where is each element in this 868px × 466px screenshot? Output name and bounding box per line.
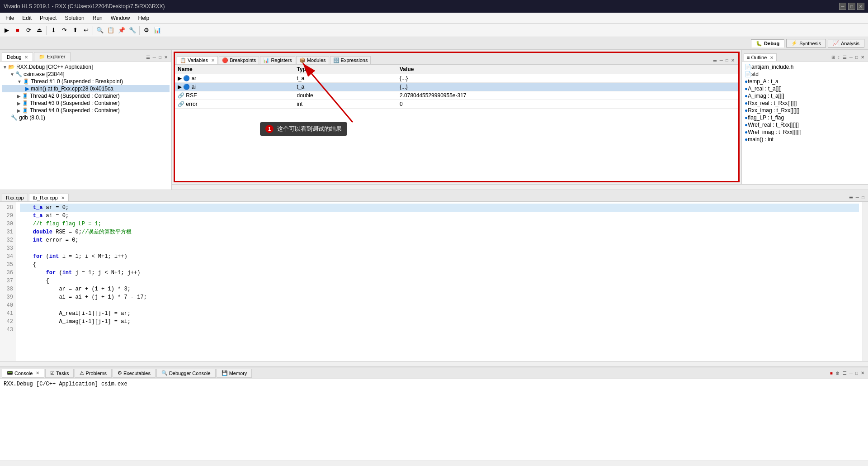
- console-hscroll[interactable]: [0, 461, 868, 466]
- panel-close-btn[interactable]: ✕: [163, 54, 169, 60]
- var-row-error[interactable]: 🔗 error int 0: [175, 100, 738, 109]
- console-close-btn[interactable]: ✕: [860, 370, 865, 376]
- var-row-rse[interactable]: 🔗 RSE double 2.0780445529990955e-317: [175, 91, 738, 100]
- outline-item-7[interactable]: ● flag_LP : t_flag: [744, 114, 866, 121]
- outline-menu-btn[interactable]: ☰: [842, 54, 848, 60]
- menu-run[interactable]: Run: [89, 14, 106, 22]
- toolbar-step-into[interactable]: ⬇: [48, 25, 58, 35]
- toolbar-btn-6[interactable]: 📊: [152, 25, 162, 35]
- menu-help[interactable]: Help: [134, 14, 153, 22]
- tab-debug-close[interactable]: ✕: [24, 55, 28, 60]
- tab-explorer[interactable]: 📁 Explorer: [34, 52, 70, 61]
- perspective-analysis[interactable]: 📈 Analysis: [828, 39, 864, 48]
- outline-collapse-btn[interactable]: ⊞: [830, 54, 836, 60]
- tab-executables[interactable]: ⚙ Executables: [113, 369, 156, 378]
- menu-edit[interactable]: Edit: [19, 14, 35, 22]
- tab-debug[interactable]: Debug ✕: [2, 52, 33, 61]
- menu-window[interactable]: Window: [107, 14, 134, 22]
- tree-item-0[interactable]: ▼ 📂 RXX.Debug [C/C++ Application]: [2, 63, 170, 71]
- toolbar-step-out[interactable]: ⬆: [70, 25, 80, 35]
- console-menu-btn[interactable]: ☰: [842, 370, 848, 376]
- toolbar-btn-5[interactable]: ⚙: [142, 25, 151, 35]
- tab-memory[interactable]: 💾 Memory: [217, 369, 252, 378]
- panel-max-btn[interactable]: □: [158, 54, 162, 60]
- tab-outline[interactable]: ≡ Outline ✕: [744, 53, 777, 61]
- toolbar-btn-4[interactable]: 🔧: [127, 25, 137, 35]
- maximize-button[interactable]: □: [848, 3, 855, 10]
- tree-item-thread3[interactable]: ▶ 🧵 Thread #3 0 (Suspended : Container): [2, 100, 170, 107]
- code-max-btn[interactable]: □: [861, 195, 865, 200]
- tab-modules[interactable]: 📦 Modules: [296, 56, 329, 64]
- vars-max-btn[interactable]: □: [725, 57, 729, 63]
- tab-console-close[interactable]: ✕: [36, 371, 39, 376]
- outline-item-9[interactable]: ● Wref_imag : t_Rxx[][][]: [744, 128, 866, 136]
- outline-item-8[interactable]: ● Wref_real : t_Rxx[][][]: [744, 121, 866, 128]
- tree-item-thread2[interactable]: ▶ 🧵 Thread #2 0 (Suspended : Container): [2, 92, 170, 100]
- toolbar-restart[interactable]: ⟳: [24, 25, 33, 35]
- outline-item-1[interactable]: 📄 std: [744, 71, 866, 78]
- outline-min-btn[interactable]: ─: [849, 54, 854, 60]
- code-text[interactable]: t_a ar = 0; t_a ai = 0; //t_flag flag_LP…: [16, 202, 863, 361]
- tab-problems[interactable]: ⚠ Problems: [75, 369, 111, 378]
- tab-console[interactable]: 📟 Console ✕: [2, 369, 44, 378]
- panel-min-btn[interactable]: ─: [152, 54, 157, 60]
- toolbar-step-over[interactable]: ↷: [59, 25, 69, 35]
- title-bar-controls[interactable]: ─ □ ✕: [839, 3, 864, 10]
- tree-item-main[interactable]: ▶ main() at tb_Rxx.cpp:28 0x4015ca: [2, 85, 170, 92]
- perspective-synthesis[interactable]: ⚡ Synthesis: [786, 39, 826, 48]
- vars-close-btn[interactable]: ✕: [730, 57, 736, 63]
- code-vscroll[interactable]: [863, 202, 868, 361]
- minimize-button[interactable]: ─: [839, 3, 846, 10]
- console-clear-btn[interactable]: 🗑: [835, 370, 841, 376]
- tab-rxx-cpp[interactable]: Rxx.cpp: [2, 194, 28, 201]
- toolbar-btn-1[interactable]: 🔍: [95, 25, 105, 35]
- tab-tasks[interactable]: ☑ Tasks: [45, 369, 74, 378]
- outline-item-6[interactable]: ● Rxx_imag : t_Rxx[][][]: [744, 107, 866, 114]
- tree-item-1[interactable]: ▼ 🔧 csim.exe [23844]: [2, 71, 170, 78]
- tab-debugger-console[interactable]: 🔍 Debugger Console: [156, 369, 216, 378]
- tab-breakpoints[interactable]: 🔴 Breakpoints: [219, 56, 259, 64]
- tab-variables[interactable]: 📋 Variables ✕: [177, 56, 218, 64]
- toolbar-step-return[interactable]: ↩: [81, 25, 91, 35]
- toolbar-btn-2[interactable]: 📋: [106, 25, 116, 35]
- var-row-ar[interactable]: ▶ 🔵 ar t_a {...}: [175, 74, 738, 83]
- menu-file[interactable]: File: [2, 14, 18, 22]
- vars-hscroll[interactable]: [172, 184, 868, 190]
- code-menu-btn[interactable]: ☰: [848, 195, 854, 200]
- tab-registers[interactable]: 📊 Registers: [260, 56, 295, 64]
- toolbar-btn-3[interactable]: 📌: [117, 25, 127, 35]
- outline-item-3[interactable]: ● A_real : t_a[][]: [744, 85, 866, 92]
- menu-project[interactable]: Project: [36, 14, 60, 22]
- outline-max-btn[interactable]: □: [854, 54, 859, 60]
- tree-item-gdb[interactable]: 🔧 gdb (8.0.1): [2, 114, 170, 121]
- vars-min-btn[interactable]: ─: [719, 57, 724, 63]
- close-button[interactable]: ✕: [857, 3, 864, 10]
- outline-sort-btn[interactable]: ↕: [837, 54, 841, 60]
- var-ar-arrow[interactable]: ▶: [178, 75, 182, 81]
- tab-tb-rxx-close[interactable]: ✕: [61, 195, 65, 200]
- toolbar-disconnect[interactable]: ⏏: [34, 25, 44, 35]
- tree-item-thread1[interactable]: ▼ 🧵 Thread #1 0 (Suspended : Breakpoint): [2, 78, 170, 85]
- tab-expressions[interactable]: 🔣 Expressions: [330, 56, 371, 64]
- perspective-debug[interactable]: 🐛 Debug: [751, 39, 784, 48]
- outline-item-4[interactable]: ● A_imag : t_a[][]: [744, 92, 866, 100]
- tab-variables-close[interactable]: ✕: [211, 58, 215, 63]
- outline-item-5[interactable]: ● Rxx_real : t_Rxx[][][]: [744, 100, 866, 107]
- toolbar-stop[interactable]: ■: [13, 25, 23, 35]
- code-min-btn[interactable]: ─: [855, 195, 860, 200]
- outline-item-0[interactable]: 📄 antijam_include.h: [744, 63, 866, 71]
- console-stop-btn[interactable]: ■: [829, 370, 834, 376]
- console-min-btn[interactable]: ─: [849, 370, 854, 376]
- var-ai-arrow[interactable]: ▶: [178, 84, 182, 90]
- outline-item-2[interactable]: ● temp_A : t_a: [744, 78, 866, 85]
- outline-close-btn[interactable]: ✕: [860, 54, 865, 60]
- toolbar-run[interactable]: ▶: [2, 25, 12, 35]
- console-max-btn[interactable]: □: [854, 370, 859, 376]
- menu-solution[interactable]: Solution: [61, 14, 88, 22]
- tab-tb-rxx-cpp[interactable]: tb_Rxx.cpp ✕: [29, 194, 69, 201]
- code-hscroll[interactable]: [0, 361, 868, 366]
- vars-menu-btn[interactable]: ☰: [712, 57, 718, 63]
- var-row-ai[interactable]: ▶ 🔵 ai t_a {...}: [175, 83, 738, 91]
- panel-menu-btn[interactable]: ☰: [145, 54, 151, 60]
- tree-item-thread4[interactable]: ▶ 🧵 Thread #4 0 (Suspended : Container): [2, 107, 170, 114]
